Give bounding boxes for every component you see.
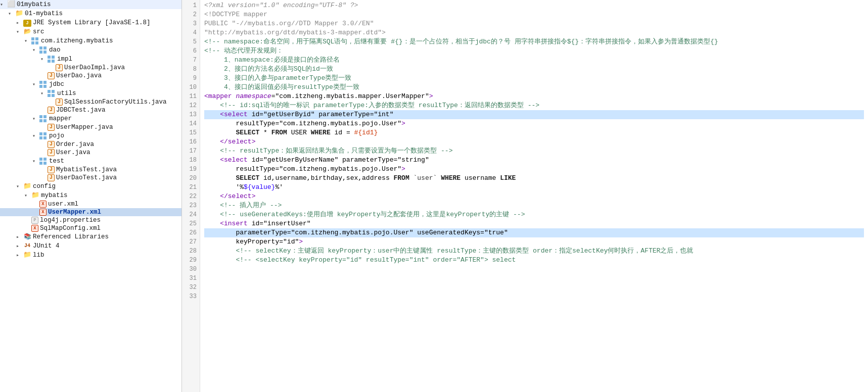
- code-line-8[interactable]: 2、接口的方法名必须与SQL的id一致: [204, 65, 864, 74]
- tree-item-01-mybatis[interactable]: ▾📁01-mybatis: [0, 9, 181, 18]
- tree-item-userdao-java[interactable]: JUserDao.java: [0, 72, 181, 80]
- tree-item-referencedlibraries[interactable]: ▸📚Referenced Libraries: [0, 232, 181, 241]
- expand-arrow[interactable]: ▾: [32, 158, 39, 164]
- expand-arrow[interactable]: ▾: [32, 47, 39, 53]
- expand-arrow[interactable]: ▾: [24, 192, 31, 199]
- code-line-33[interactable]: <!-- <selectKey keyProperty="id" resultT…: [204, 256, 864, 265]
- tree-item-mapper[interactable]: ▾mapper: [0, 114, 181, 123]
- tree-item-pojo[interactable]: ▾pojo: [0, 131, 181, 140]
- java-icon: J: [48, 72, 55, 79]
- tree-item-com-itzheng-mybatis[interactable]: ▾com.itzheng.mybatis: [0, 36, 181, 45]
- code-line-6[interactable]: <!-- 动态代理开发规则：: [204, 46, 864, 56]
- java-icon: J: [48, 141, 55, 148]
- tree-label: user.xml: [48, 201, 78, 208]
- code-line-15[interactable]: resultType="com.itzheng.mybatis.pojo.Use…: [204, 119, 864, 128]
- code-line-28[interactable]: <!-- useGeneratedKeys:使用自增 keyProperty与之…: [204, 210, 864, 219]
- svg-rect-10: [48, 60, 51, 63]
- tree-item-test[interactable]: ▾test: [0, 157, 181, 166]
- tree-item-config[interactable]: ▾📁config: [0, 182, 181, 191]
- code-line-14[interactable]: <select id="getUserByid" parameterType="…: [204, 110, 864, 119]
- code-line-4[interactable]: "http://mybatis.org/dtd/mybatis-3-mapper…: [204, 28, 864, 37]
- code-line-9[interactable]: 3、接口的入参与parameterType类型一致: [204, 74, 864, 83]
- collapse-arrow[interactable]: ▸: [16, 234, 23, 240]
- expand-arrow[interactable]: ▾: [24, 38, 31, 44]
- tree-item-userdaotest-java[interactable]: JUserDaoTest.java: [0, 174, 181, 182]
- code-line-30[interactable]: parameterType="com.itzheng.mybatis.pojo.…: [204, 228, 864, 237]
- line-number-13: 13: [186, 110, 197, 119]
- tree-item-impl[interactable]: ▾impl: [0, 55, 181, 64]
- tree-item-jre[interactable]: ▸JJRE System Library [JavaSE-1.8]: [0, 18, 181, 27]
- tree-item-utils[interactable]: ▾utils: [0, 89, 181, 98]
- code-line-31[interactable]: keyProperty="id">: [204, 237, 864, 247]
- svg-rect-14: [39, 85, 42, 88]
- tree-item-user-xml[interactable]: Xuser.xml: [0, 200, 181, 208]
- code-line-13[interactable]: <!-- id:sql语句的唯一标识 parameterType:入参的数据类型…: [204, 101, 864, 110]
- tree-item-jdbc[interactable]: ▾jdbc: [0, 80, 181, 89]
- collapse-arrow[interactable]: ▸: [16, 20, 23, 26]
- svg-rect-16: [48, 90, 51, 93]
- tree-item-src[interactable]: ▾📂src: [0, 27, 181, 36]
- svg-rect-24: [39, 132, 42, 135]
- collapse-arrow[interactable]: ▸: [16, 252, 23, 258]
- code-line-20[interactable]: resultType="com.itzheng.mybatis.pojo.Use…: [204, 165, 864, 174]
- code-line-12[interactable]: <mapper namespace="com.itzheng.mybatis.m…: [204, 92, 864, 101]
- tree-item-sqlmapconfig-xml[interactable]: XSqlMapConfig.xml: [0, 224, 181, 232]
- code-line-2[interactable]: <!DOCTYPE mapper: [204, 10, 864, 19]
- code-line-3[interactable]: PUBLIC "-//mybatis.org//DTD Mapper 3.0//…: [204, 19, 864, 28]
- code-line-7[interactable]: 1、namespace:必须是接口的全路径名: [204, 56, 864, 65]
- expand-arrow[interactable]: ▾: [32, 133, 39, 139]
- tree-label: test: [49, 158, 64, 165]
- tree-item-lib[interactable]: ▸📁lib: [0, 251, 181, 260]
- svg-rect-8: [48, 56, 51, 59]
- tree-item-user-java[interactable]: JUser.java: [0, 149, 181, 157]
- expand-arrow[interactable]: ▾: [0, 2, 7, 8]
- tree-item-usermapper-java[interactable]: JUserMapper.java: [0, 123, 181, 131]
- tree-item-01mybatis-root[interactable]: ▾⬜01mybatis: [0, 0, 181, 9]
- expand-arrow[interactable]: ▾: [8, 11, 15, 17]
- code-line-16[interactable]: SELECT * FROM USER WHERE id = #{id1}: [204, 128, 864, 137]
- code-line-17[interactable]: </select>: [204, 137, 864, 146]
- tree-item-userdaoimpl-java[interactable]: JUserDaoImpl.java: [0, 64, 181, 72]
- main-container: 1234567891011121314151617181920212223242…: [182, 0, 868, 392]
- tree-item-mybatis-config[interactable]: ▾📁mybatis: [0, 191, 181, 200]
- code-line-29[interactable]: <insert id="insertUser": [204, 219, 864, 228]
- svg-rect-25: [43, 132, 47, 135]
- code-editor[interactable]: 1234567891011121314151617181920212223242…: [182, 0, 868, 392]
- code-line-23[interactable]: '%${value}%': [204, 183, 864, 192]
- code-line-32[interactable]: <!-- selectKey：主键返回 keyProperty：user中的主键…: [204, 247, 864, 256]
- tree-item-sqlsessionfactoryutils-java[interactable]: JSqlSessionFactoryUtils.java: [0, 98, 181, 106]
- code-line-18[interactable]: <!-- resultType：如果返回结果为集合，只需要设置为每一个数据类型 …: [204, 146, 864, 156]
- tree-item-jdbctest-java[interactable]: JJDBCTest.java: [0, 106, 181, 114]
- line-number-19: 19: [186, 165, 197, 174]
- line-number-12: 12: [186, 101, 197, 110]
- expand-arrow[interactable]: ▾: [16, 29, 23, 35]
- code-line-19[interactable]: <select id="getUserByUserName" parameter…: [204, 156, 864, 165]
- code-line-5[interactable]: <!-- namespace:命名空间，用于隔离SQL语句，后继有重要 #{}：…: [204, 37, 864, 46]
- code-line-10[interactable]: 4、接口的返回值必须与resultType类型一致: [204, 83, 864, 92]
- svg-rect-1: [35, 37, 38, 40]
- java-icon: J: [48, 107, 55, 114]
- svg-rect-22: [39, 119, 42, 122]
- svg-rect-18: [48, 94, 51, 97]
- code-line-1[interactable]: <?xml version="1.0" encoding="UTF-8" ?>: [204, 1, 864, 10]
- code-line-22[interactable]: SELECT id,username,birthday,sex,address …: [204, 174, 864, 183]
- tree-item-log4j-properties[interactable]: Plog4j.properties: [0, 216, 181, 224]
- expand-arrow[interactable]: ▾: [40, 90, 48, 96]
- svg-rect-15: [43, 85, 47, 88]
- collapse-arrow[interactable]: ▸: [16, 243, 23, 249]
- line-number-22: 22: [186, 192, 197, 201]
- tree-item-usermapper-xml[interactable]: XUserMapper.xml: [0, 208, 181, 216]
- file-tree[interactable]: ▾⬜01mybatis▾📁01-mybatis▸JJRE System Libr…: [0, 0, 182, 392]
- tree-item-mybatistest-java[interactable]: JMybatisTest.java: [0, 166, 181, 174]
- code-line-27[interactable]: <!-- 插入用户 -->: [204, 201, 864, 210]
- expand-arrow[interactable]: ▾: [16, 183, 23, 189]
- expand-arrow[interactable]: ▾: [32, 81, 39, 87]
- tree-item-order-java[interactable]: JOrder.java: [0, 140, 181, 149]
- code-line-25[interactable]: </select>: [204, 192, 864, 201]
- tree-item-junit4[interactable]: ▸J4JUnit 4: [0, 241, 181, 251]
- expand-arrow[interactable]: ▾: [40, 56, 48, 62]
- expand-arrow[interactable]: ▾: [32, 116, 39, 122]
- code-area[interactable]: <?xml version="1.0" encoding="UTF-8" ?><…: [200, 0, 868, 392]
- tree-item-dao[interactable]: ▾dao: [0, 45, 181, 55]
- tree-label: config: [33, 183, 56, 190]
